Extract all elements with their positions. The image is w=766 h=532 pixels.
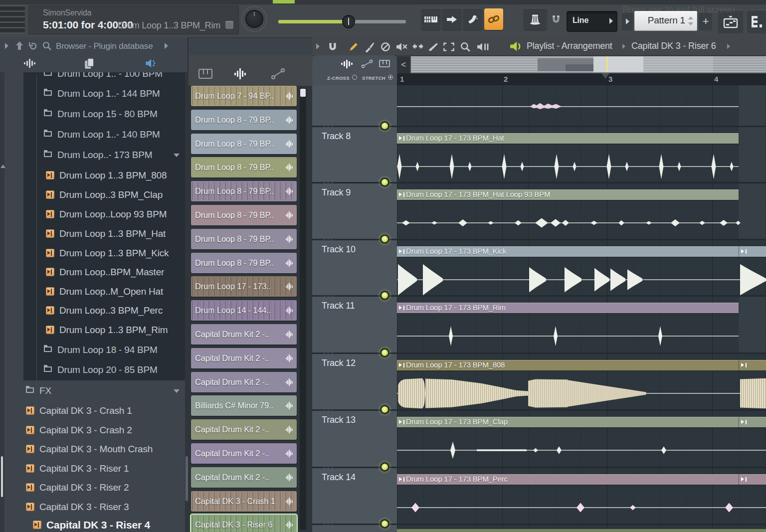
browser-item-fx[interactable]: FX <box>0 381 189 400</box>
expanded-caret-icon[interactable] <box>174 389 180 393</box>
step-sequencer-piano-button[interactable] <box>421 8 440 30</box>
main-volume-knob[interactable] <box>245 10 263 28</box>
playlist-clip-kick[interactable]: Drum Loop 17 - 173 BPM_Kick <box>397 246 739 257</box>
browser-item-drum-loop-18-94-bpm[interactable]: Drum Loop 18 - 94 BPM <box>0 341 189 359</box>
browser-item-capital-dk-3-mouth-crash[interactable]: Capital DK 3 - Mouth Crash <box>0 440 189 459</box>
picker-clip-18[interactable]: Capital DK 3 - Crash 1 <box>191 491 297 512</box>
track-mute-led[interactable] <box>380 462 389 472</box>
clip-automation-icon[interactable] <box>361 59 373 68</box>
main-pitch-slider[interactable] <box>278 20 406 23</box>
metronome-button[interactable] <box>524 8 547 30</box>
browser-undo-icon[interactable] <box>28 41 38 50</box>
picker-tab-audio-icon[interactable] <box>234 68 246 80</box>
track-name-14[interactable]: Track 14 <box>322 472 356 483</box>
slice-tool-icon[interactable] <box>428 41 439 52</box>
browser-item-capital-dk-3-riser-2[interactable]: Capital DK 3 - Riser 2 <box>0 478 189 497</box>
browser-item-capital-dk-3-riser-3[interactable]: Capital DK 3 - Riser 3 <box>0 498 189 517</box>
delete-tool-icon[interactable] <box>380 41 391 52</box>
track-options-dots[interactable] <box>323 125 333 127</box>
playhead-marker[interactable] <box>601 73 609 79</box>
track-mute-led[interactable] <box>380 291 389 300</box>
edge-chevron-icon[interactable] <box>0 165 5 168</box>
browser-item-drum-loop-3-bpm-perc[interactable]: Drum Loop..3 BPM_Perc <box>0 301 189 320</box>
track-mute-led[interactable] <box>380 121 389 131</box>
browser-item-drum-loop-15-80-bpm[interactable]: Drum Loop 15 - 80 BPM <box>0 105 189 124</box>
picker-clip-19[interactable]: Capital DK 3 - Riser 6 <box>191 515 297 532</box>
browser-item-capital-dk-3-riser-1[interactable]: Capital DK 3 - Riser 1 <box>0 459 189 478</box>
track-options-dots[interactable] <box>323 295 333 297</box>
browser-item-drum-loop-1-3-bpm-hat[interactable]: Drum Loop 1..3 BPM_Hat <box>0 224 189 243</box>
track-name-11[interactable]: Track 11 <box>322 301 355 311</box>
picker-clip-1[interactable]: Drum Loop 7 - 94 BP.. <box>191 86 297 106</box>
playlist-minimap[interactable] <box>411 56 766 73</box>
draw-tool-icon[interactable] <box>348 41 359 52</box>
link-button[interactable] <box>484 8 503 30</box>
picker-clip-11[interactable]: Capital Drum Kit 2 -.. <box>191 324 297 345</box>
playlist-menu-icon[interactable] <box>316 43 320 49</box>
picker-clip-6[interactable]: Drum Loop 8 - 79 BP.. <box>191 205 297 225</box>
step-edit-button[interactable] <box>463 8 482 30</box>
timeline-ruler[interactable]: 1 2 3 4 <box>397 73 766 85</box>
track-mute-led[interactable] <box>380 348 389 357</box>
picker-clip-3[interactable]: Drum Loop 8 - 79 BP.. <box>191 134 297 154</box>
paint-tool-icon[interactable] <box>364 41 375 52</box>
browser-item-drum-loop-1-3-bpm-rim[interactable]: Drum Loop 1..3 BPM_Rim <box>0 321 189 340</box>
browser-item-drum-loop-1-3-bpm-kick[interactable]: Drum Loop 1..3 BPM_Kick <box>0 244 189 263</box>
playlist-speaker-icon[interactable] <box>510 41 523 52</box>
tab-audio-icon[interactable] <box>24 58 35 68</box>
slip-tool-icon[interactable] <box>412 42 424 50</box>
picker-clip-9[interactable]: Drum Loop 17 - 173.. <box>191 276 297 297</box>
browser-item-capital-dk-3-crash-1[interactable]: Capital DK 3 - Crash 1 <box>0 401 189 420</box>
browser-item-capital-dk-3-riser-4[interactable]: Capital DK 3 - Riser 4 <box>0 516 189 532</box>
playlist-clip-stub[interactable] <box>739 417 766 427</box>
track-mute-led[interactable] <box>380 177 389 187</box>
playlist-clip-stub[interactable] <box>739 360 766 370</box>
clip-pattern-icon[interactable] <box>379 60 390 67</box>
picker-clip-16[interactable]: Capital Drum Kit 2 -.. <box>191 443 297 464</box>
snap-selector[interactable]: Line <box>567 11 617 32</box>
track-mute-led[interactable] <box>380 234 389 244</box>
picker-scroll-thumb[interactable] <box>300 89 306 97</box>
track-name-13[interactable]: Track 13 <box>322 415 356 425</box>
clip-audio-icon[interactable] <box>341 59 353 68</box>
track-options-dots[interactable] <box>323 409 333 411</box>
playlist-clip-hat93[interactable]: Drum Loop 17 - 173 BPM_Hat Loop 93 BPM <box>397 189 739 200</box>
picker-clip-10[interactable]: Drum Loop 14 - 144.. <box>191 300 297 321</box>
browser-item-drum-loop-3-bpm-clap[interactable]: Drum Loop..3 BPM_Clap <box>0 185 189 204</box>
playlist-clip-hat[interactable]: Drum Loop 17 - 173 BPM_Hat <box>397 133 739 144</box>
browser-item-drum-loop-20-85-bpm[interactable]: Drum Loop 20 - 85 BPM <box>0 360 189 379</box>
toolbar-grip[interactable] <box>0 5 25 34</box>
playlist-clip-stub[interactable] <box>739 246 766 257</box>
picker-clip-5[interactable]: Drum Loop 8 - 79 BP.. <box>191 181 297 201</box>
playlist-clip-perc[interactable]: Drum Loop 17 - 173 BPM_Perc <box>397 474 739 485</box>
browser-search-icon[interactable] <box>42 41 52 51</box>
next-button[interactable] <box>442 8 461 30</box>
song-mode-button[interactable] <box>747 10 766 33</box>
playlist-magnet-icon[interactable] <box>327 41 338 52</box>
mute-tool-icon[interactable] <box>396 41 408 52</box>
track-mute-led[interactable] <box>380 405 389 414</box>
playlist-clip-clap[interactable]: Drum Loop 17 - 173 BPM_Clap <box>397 417 739 427</box>
tab-plugins-icon[interactable] <box>145 58 157 68</box>
picker-clip-4[interactable]: Drum Loop 8 - 79 BP.. <box>191 157 297 177</box>
track-name-8[interactable]: Track 8 <box>322 131 351 142</box>
browser-item-drum-loop-1-3-bpm-808[interactable]: Drum Loop 1..3 BPM_808 <box>0 166 189 185</box>
zcross-toggle[interactable] <box>352 75 357 80</box>
picker-tab-automation-icon[interactable] <box>271 68 286 80</box>
track-name-10[interactable]: Track 10 <box>322 244 356 255</box>
tab-files-icon[interactable] <box>84 58 95 70</box>
track-options-dots[interactable] <box>323 238 333 240</box>
track-options-dots[interactable] <box>323 352 333 354</box>
picker-clip-17[interactable]: Capital Drum Kit 2 -.. <box>191 467 297 488</box>
track-name-9[interactable]: Track 9 <box>322 187 351 198</box>
browser-scroll-thumb[interactable] <box>186 456 188 501</box>
browser-up-icon[interactable] <box>15 41 24 51</box>
browser-title-caret-icon[interactable] <box>165 43 168 49</box>
track-mute-led[interactable] <box>380 519 389 529</box>
browser-item-drum-loop-loop-93-bpm[interactable]: Drum Loop..Loop 93 BPM <box>0 205 189 224</box>
playlist-clip-e808[interactable]: Drum Loop 17 - 173 BPM_808 <box>397 360 739 370</box>
playlist-title[interactable]: Playlist - Arrangement <box>527 41 612 51</box>
expanded-caret-icon[interactable] <box>174 154 180 157</box>
scroll-left-button[interactable]: < <box>397 56 410 73</box>
picker-clip-8[interactable]: Drum Loop 8 - 79 BP.. <box>191 253 297 273</box>
